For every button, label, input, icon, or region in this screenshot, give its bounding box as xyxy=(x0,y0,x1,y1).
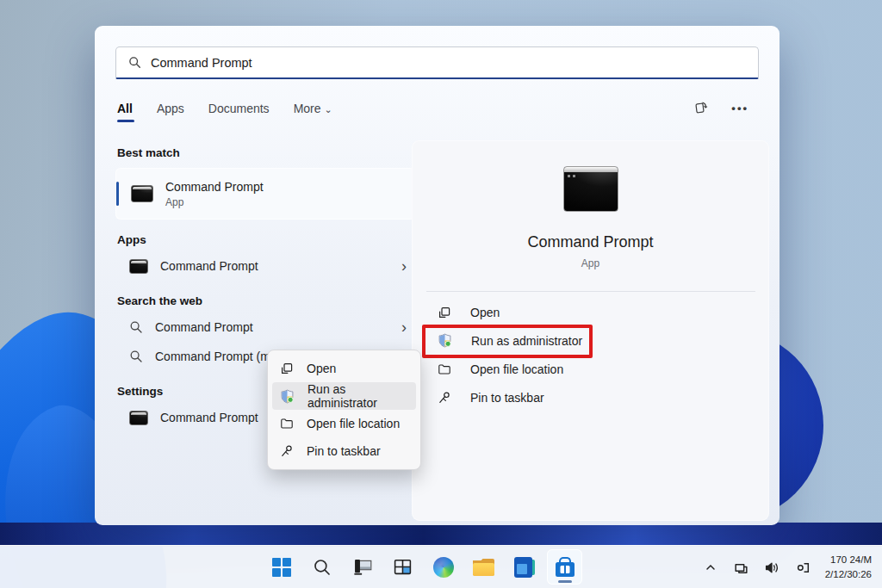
apps-result-label: Command Prompt xyxy=(160,259,258,273)
chevron-right-icon[interactable]: › xyxy=(401,258,410,274)
pin-icon xyxy=(438,391,451,405)
open-action[interactable]: Open xyxy=(412,298,769,326)
clock-line-2: 2/12/30:26 xyxy=(825,567,872,582)
open-file-location-action[interactable]: Open file location xyxy=(412,355,769,383)
web-result-label: Command Prompt xyxy=(155,320,253,334)
taskbar-store-button[interactable] xyxy=(547,549,582,585)
search-icon xyxy=(129,350,143,363)
windows-logo-icon xyxy=(272,558,291,577)
context-pin-label: Pin to taskbar xyxy=(307,444,381,458)
taskbar: 170 24/M 2/12/30:26 xyxy=(0,545,882,588)
best-match-subtitle: App xyxy=(165,196,264,208)
search-icon xyxy=(313,558,332,577)
context-open-location-item[interactable]: Open file location xyxy=(272,410,416,437)
open-action-label: Open xyxy=(470,306,500,319)
taskbar-task-view-button[interactable] xyxy=(345,549,380,585)
divider xyxy=(426,291,755,292)
edge-browser-icon xyxy=(433,557,454,578)
context-run-admin-label: Run as administrator xyxy=(307,382,416,410)
apps-result-item[interactable]: Command Prompt › xyxy=(115,251,415,281)
command-prompt-icon xyxy=(129,411,148,425)
window-panes-icon xyxy=(393,558,413,576)
open-file-location-label: Open file location xyxy=(470,362,563,376)
detail-actions: Open Run as administrator xyxy=(412,298,769,412)
folder-icon xyxy=(280,417,294,430)
search-flyout: Command Prompt All Apps Documents More⌄ … xyxy=(95,26,780,525)
taskbar-widgets-button[interactable] xyxy=(385,549,420,585)
file-explorer-icon xyxy=(473,559,494,576)
best-match-header: Best match xyxy=(117,146,415,159)
pin-to-taskbar-action[interactable]: Pin to taskbar xyxy=(412,383,769,412)
more-options-icon[interactable]: ••• xyxy=(731,102,748,115)
command-prompt-large-icon xyxy=(563,166,618,212)
connect-display-icon[interactable] xyxy=(792,556,815,579)
desktop: Command Prompt All Apps Documents More⌄ … xyxy=(0,0,882,588)
hidden-icons-chevron[interactable] xyxy=(699,556,722,579)
chevron-right-icon[interactable]: › xyxy=(401,319,410,335)
context-run-admin-item[interactable]: Run as administrator xyxy=(272,382,416,410)
pin-icon xyxy=(280,444,294,458)
share-icon[interactable] xyxy=(693,100,709,115)
wallpaper-bloom-band xyxy=(0,523,882,547)
taskbar-start-button[interactable] xyxy=(264,549,299,585)
folder-icon xyxy=(438,362,451,376)
clock-line-1: 170 24/M xyxy=(825,553,872,567)
taskbar-search-button[interactable] xyxy=(304,549,339,585)
taskbar-media-app-button[interactable] xyxy=(506,549,542,585)
open-window-icon xyxy=(280,362,294,375)
detail-subtitle: App xyxy=(412,257,769,269)
taskbar-clock[interactable]: 170 24/M 2/12/30:26 xyxy=(823,553,877,581)
run-as-administrator-action[interactable]: Run as administrator xyxy=(412,326,769,355)
web-result-item[interactable]: Command Prompt › xyxy=(115,313,415,342)
task-view-icon xyxy=(352,558,373,577)
tab-documents[interactable]: Documents xyxy=(208,102,270,122)
context-open-location-label: Open file location xyxy=(307,417,400,430)
admin-shield-icon xyxy=(280,389,295,404)
media-app-icon xyxy=(514,557,535,578)
chevron-down-icon: ⌄ xyxy=(325,104,332,115)
detail-title: Command Prompt xyxy=(412,233,769,251)
taskbar-center-icons xyxy=(264,549,582,585)
web-result-label: Command Prompt (m xyxy=(155,350,270,363)
tab-more[interactable]: More⌄ xyxy=(294,102,332,122)
best-match-item[interactable]: Command Prompt App xyxy=(115,168,415,220)
best-match-title: Command Prompt xyxy=(165,180,264,194)
selection-accent-bar xyxy=(116,182,119,206)
volume-icon[interactable] xyxy=(761,556,784,579)
system-tray: 170 24/M 2/12/30:26 xyxy=(699,546,877,588)
context-open-item[interactable]: Open xyxy=(272,355,416,382)
tab-all[interactable]: All xyxy=(117,102,133,122)
taskbar-edge-button[interactable] xyxy=(425,549,461,585)
search-icon xyxy=(128,56,141,69)
apps-header: Apps xyxy=(117,233,415,246)
taskbar-file-explorer-button[interactable] xyxy=(466,549,501,585)
open-window-icon xyxy=(438,306,451,319)
run-as-administrator-label: Run as administrator xyxy=(471,334,582,348)
pin-to-taskbar-label: Pin to taskbar xyxy=(470,391,544,405)
admin-shield-icon xyxy=(438,333,452,348)
context-menu: Open Run as administrator Open file loca… xyxy=(267,350,421,470)
search-tabs: All Apps Documents More⌄ xyxy=(117,102,332,122)
context-open-label: Open xyxy=(307,362,336,375)
settings-result-label: Command Prompt xyxy=(160,411,258,424)
detail-pane: Command Prompt App Open xyxy=(412,140,769,521)
command-prompt-icon xyxy=(129,259,148,274)
web-search-header: Search the web xyxy=(117,294,415,307)
search-query-text: Command Prompt xyxy=(151,56,252,70)
search-input[interactable]: Command Prompt xyxy=(115,46,759,79)
search-icon xyxy=(129,320,143,334)
microsoft-store-icon xyxy=(556,562,575,577)
network-icon[interactable] xyxy=(730,556,753,579)
context-pin-item[interactable]: Pin to taskbar xyxy=(272,437,416,465)
command-prompt-icon xyxy=(131,185,153,202)
tab-apps[interactable]: Apps xyxy=(157,102,184,122)
